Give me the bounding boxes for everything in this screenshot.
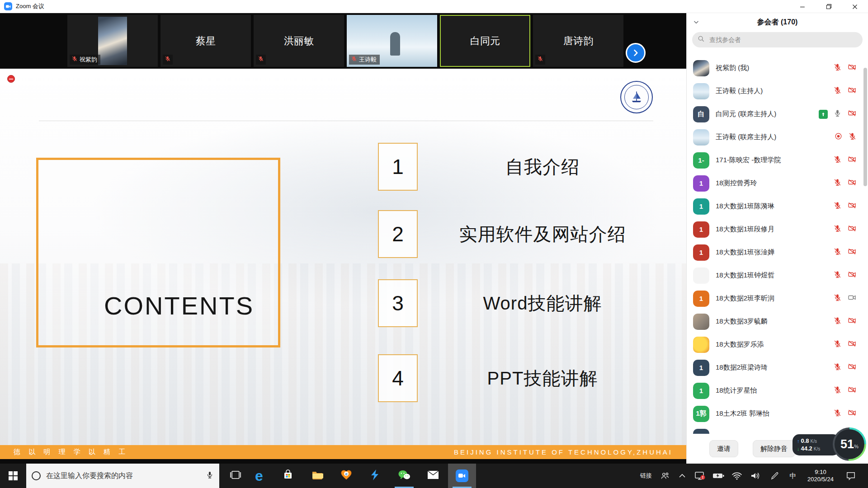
video-tile-王诗毅[interactable]: 王诗毅: [347, 15, 437, 67]
security-alert-icon[interactable]: [691, 464, 709, 488]
taskbar-thunder-button[interactable]: [361, 464, 389, 488]
mic-muted-icon: [71, 56, 78, 64]
video-tile-唐诗韵[interactable]: 唐诗韵: [533, 15, 623, 67]
participant-row[interactable]: 118大数据1班张淦婵: [687, 241, 868, 264]
participant-row[interactable]: 118统计罗星怡: [687, 379, 868, 402]
video-tile-白同元[interactable]: 白同元: [440, 15, 530, 67]
camera-muted-icon: [847, 178, 857, 188]
taskbar-store-button[interactable]: [274, 464, 302, 488]
taskbar-search-input[interactable]: [45, 471, 201, 480]
scrollbar-thumb[interactable]: [863, 68, 867, 186]
title-bar: Zoom 会议: [0, 0, 868, 13]
restore-button[interactable]: [816, 0, 842, 13]
participant-row[interactable]: 18大数据罗乐添: [687, 333, 868, 356]
participant-status-icons: [819, 109, 857, 119]
participant-status-icons: [833, 86, 857, 96]
video-tile-洪丽敏[interactable]: 洪丽敏: [254, 15, 344, 67]
people-icon[interactable]: [656, 464, 674, 488]
participant-row[interactable]: 118大数据1班陈漪琳: [687, 195, 868, 218]
participant-row[interactable]: 1郭18土木2班 郭琳怡: [687, 402, 868, 425]
taskbar-explorer-button[interactable]: [303, 464, 331, 488]
camera-muted-icon: [847, 86, 857, 96]
download-arrow-icon: ↓: [797, 445, 800, 452]
participant-row[interactable]: 118大数据1班段修月: [687, 218, 868, 241]
video-tile-祝紫韵[interactable]: 祝紫韵: [67, 15, 158, 67]
participant-name: 171-陈映宏 -数理学院: [716, 156, 833, 164]
invite-button[interactable]: 邀请: [709, 440, 738, 457]
taskbar-mail-button[interactable]: [419, 464, 447, 488]
video-tiles: 祝紫韵蔡星洪丽敏王诗毅白同元唐诗韵: [67, 15, 623, 67]
tile-participant-name: 祝紫韵: [80, 56, 97, 63]
toc-item-3: 3Word技能讲解: [378, 279, 651, 327]
shared-screen-slide: CONTENTS 1自我介绍2实用软件及网站介绍3Word技能讲解4PPT技能讲…: [0, 69, 686, 464]
mic-muted-icon: [833, 201, 842, 211]
mic-muted-icon: [833, 293, 842, 304]
participant-video-thumbnail: [98, 17, 127, 65]
cortana-icon: [32, 471, 41, 480]
explorer-icon: [311, 470, 323, 482]
participant-row[interactable]: 1-171-陈映宏 -数理学院: [687, 149, 868, 172]
tile-status-chip: [256, 55, 266, 65]
participant-row[interactable]: 王诗毅 (联席主持人): [687, 126, 868, 149]
avatar: 1: [693, 221, 709, 238]
taskbar-zoom-button[interactable]: [448, 464, 476, 488]
system-percent-gauge: 51 %: [833, 427, 866, 461]
wechat-icon: [398, 469, 410, 482]
participant-status-icons: [833, 178, 857, 188]
participant-row[interactable]: 王诗毅 (主持人): [687, 80, 868, 103]
avatar: [693, 337, 709, 353]
toc-number-box: 3: [378, 279, 418, 327]
participant-status-icons: [833, 293, 857, 304]
participant-name: 18大数据1班张淦婵: [716, 248, 833, 257]
tray-link-label[interactable]: 链接: [636, 464, 656, 488]
taskbar-search-box[interactable]: [26, 464, 219, 488]
next-page-button[interactable]: [626, 43, 646, 63]
collapse-panel-chevron-icon[interactable]: [693, 19, 699, 27]
avatar: [693, 60, 709, 76]
toc-item-title: Word技能讲解: [434, 279, 651, 327]
clock[interactable]: 9:102020/5/24: [801, 464, 840, 488]
participant-row[interactable]: 118大数据2班李昕润: [687, 287, 868, 310]
participant-status-icons: [833, 201, 857, 211]
participant-row[interactable]: 祝紫韵 (我): [687, 56, 868, 80]
taskbar-wechat-button[interactable]: [390, 464, 418, 488]
participant-row[interactable]: 118测控曾秀玲: [687, 172, 868, 195]
chevron-up-icon[interactable]: [674, 464, 691, 488]
mic-muted-icon: [833, 63, 842, 73]
taskbar-edge-button[interactable]: e: [245, 464, 273, 488]
action-center-icon[interactable]: [840, 464, 862, 488]
tile-participant-name: 洪丽敏: [254, 15, 344, 67]
battery-charging-icon[interactable]: [709, 464, 728, 488]
taskbar-browser-360-button[interactable]: e: [332, 464, 360, 488]
mic-muted-icon: [258, 56, 264, 64]
minimize-button[interactable]: [789, 0, 816, 13]
participant-row[interactable]: 白白同元 (联席主持人): [687, 103, 868, 126]
mic-on-icon: [833, 109, 842, 119]
tray-date: 2020/5/24: [807, 476, 834, 483]
camera-muted-icon: [847, 362, 857, 373]
gauge-value: 51: [840, 437, 854, 451]
participant-row[interactable]: 18大数据1班钟煜哲: [687, 264, 868, 287]
volume-icon[interactable]: [746, 464, 765, 488]
ime-indicator[interactable]: 中: [785, 464, 801, 488]
search-input[interactable]: [708, 36, 857, 44]
mic-muted-icon: [351, 56, 357, 64]
participant-name: 18土木2班 郭琳怡: [716, 409, 833, 418]
avatar: 1: [693, 291, 709, 307]
close-button[interactable]: [842, 0, 868, 13]
participant-status-icons: [833, 247, 857, 258]
tray-time: 9:10: [815, 469, 826, 476]
participant-row[interactable]: 18大数据3罗毓麟: [687, 310, 868, 333]
participant-search-box[interactable]: [692, 32, 863, 47]
video-tile-蔡星[interactable]: 蔡星: [160, 15, 251, 67]
start-button[interactable]: [0, 464, 26, 488]
mic-muted-icon: [848, 132, 857, 142]
slide-divider: [39, 121, 653, 121]
dictation-mic-icon[interactable]: [206, 470, 214, 482]
participant-row[interactable]: 118数据2班梁诗琦: [687, 356, 868, 379]
wifi-icon[interactable]: [728, 464, 746, 488]
pen-icon[interactable]: [765, 464, 785, 488]
toc-item-title: 实用软件及网站介绍: [434, 210, 651, 258]
tile-status-chip: 祝紫韵: [70, 55, 100, 65]
unmute-button[interactable]: 解除静音: [753, 440, 795, 457]
